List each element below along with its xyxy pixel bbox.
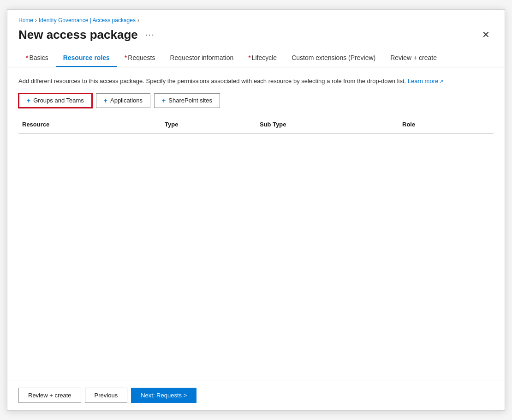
page-title: New access package <box>18 28 138 42</box>
title-row: New access package ··· ✕ <box>18 27 494 42</box>
review-create-button[interactable]: Review + create <box>18 388 81 403</box>
required-star-basics: * <box>26 54 28 61</box>
breadcrumb-sep1: › <box>35 17 37 24</box>
breadcrumb-sep2: › <box>137 17 139 24</box>
tab-basics[interactable]: *Basics <box>18 49 56 67</box>
tab-resource-roles[interactable]: Resource roles <box>56 49 117 67</box>
previous-button[interactable]: Previous <box>85 388 128 403</box>
plus-icon-sharepoint: + <box>162 97 166 104</box>
table-body <box>18 134 494 318</box>
add-resource-buttons: + Groups and Teams + Applications + Shar… <box>18 93 494 108</box>
plus-icon-applications: + <box>104 97 107 104</box>
required-star-requests: * <box>125 54 127 61</box>
tab-requestor-information[interactable]: Requestor information <box>162 49 241 67</box>
tab-requests[interactable]: *Requests <box>117 49 163 67</box>
tab-review-create[interactable]: Review + create <box>383 49 444 67</box>
add-sharepoint-sites-button[interactable]: + SharePoint sites <box>154 93 220 108</box>
tab-bar: *Basics Resource roles *Requests Request… <box>7 49 505 67</box>
modal-container: Home › Identity Governance | Access pack… <box>7 9 505 411</box>
next-requests-button[interactable]: Next: Requests > <box>131 388 196 403</box>
tab-lifecycle[interactable]: *Lifecycle <box>241 49 284 67</box>
modal-header: Home › Identity Governance | Access pack… <box>7 10 505 49</box>
breadcrumb: Home › Identity Governance | Access pack… <box>18 17 494 24</box>
column-type: Type <box>161 119 256 130</box>
add-applications-button[interactable]: + Applications <box>96 93 150 108</box>
table-header: Resource Type Sub Type Role <box>18 115 494 134</box>
ellipsis-button[interactable]: ··· <box>143 29 158 41</box>
modal-footer: Review + create Previous Next: Requests … <box>7 380 505 410</box>
breadcrumb-home[interactable]: Home <box>18 17 33 24</box>
column-sub-type: Sub Type <box>256 119 399 130</box>
close-button[interactable]: ✕ <box>478 27 494 42</box>
title-left: New access package ··· <box>18 28 158 42</box>
learn-more-link[interactable]: Learn more↗ <box>408 78 443 84</box>
breadcrumb-identity[interactable]: Identity Governance | Access packages <box>39 17 136 24</box>
plus-icon-groups: + <box>27 97 30 104</box>
column-resource: Resource <box>18 119 161 130</box>
description-text: Add different resources to this access p… <box>18 77 494 86</box>
column-role: Role <box>399 119 494 130</box>
external-link-icon: ↗ <box>439 78 443 84</box>
modal-body: Add different resources to this access p… <box>7 67 505 380</box>
required-star-lifecycle: * <box>248 54 250 61</box>
tab-custom-extensions[interactable]: Custom extensions (Preview) <box>284 49 383 67</box>
add-groups-teams-button[interactable]: + Groups and Teams <box>18 93 92 108</box>
